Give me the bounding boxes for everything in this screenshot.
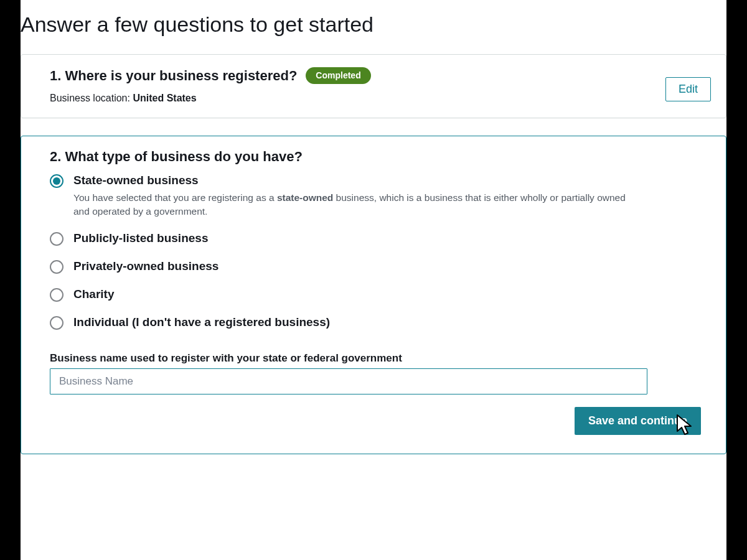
- radio-option-privately-owned[interactable]: Privately-owned business: [50, 259, 708, 274]
- edit-button[interactable]: Edit: [665, 77, 711, 101]
- question-2-title: 2. What type of business do you have?: [50, 149, 708, 165]
- radio-icon[interactable]: [50, 174, 63, 188]
- radio-label: State-owned business: [73, 174, 634, 187]
- radio-icon[interactable]: [50, 232, 63, 246]
- radio-option-state-owned[interactable]: State-owned business You have selected t…: [50, 174, 708, 218]
- question-1-title: 1. Where is your business registered?: [50, 68, 297, 84]
- radio-label: Charity: [73, 287, 114, 301]
- radio-label: Privately-owned business: [73, 259, 218, 273]
- question-1-summary: Business location: United States: [50, 93, 708, 104]
- question-1-card: 1. Where is your business registered? Co…: [21, 54, 726, 118]
- radio-icon[interactable]: [50, 316, 63, 330]
- radio-icon[interactable]: [50, 288, 63, 302]
- save-and-continue-button[interactable]: Save and continue: [575, 407, 701, 435]
- radio-option-charity[interactable]: Charity: [50, 287, 708, 302]
- summary-prefix: Business location:: [50, 93, 133, 103]
- radio-label: Individual (I don't have a registered bu…: [73, 315, 330, 329]
- status-badge-completed: Completed: [306, 67, 370, 84]
- radio-icon[interactable]: [50, 260, 63, 274]
- radio-label: Publicly-listed business: [73, 231, 208, 245]
- business-name-input[interactable]: [50, 368, 647, 394]
- business-name-label: Business name used to register with your…: [50, 352, 708, 365]
- radio-option-individual[interactable]: Individual (I don't have a registered bu…: [50, 315, 708, 330]
- page-title: Answer a few questions to get started: [21, 12, 726, 37]
- radio-description: You have selected that you are registeri…: [73, 191, 634, 218]
- summary-value: United States: [133, 93, 196, 103]
- business-type-radio-group: State-owned business You have selected t…: [50, 174, 708, 330]
- radio-option-publicly-listed[interactable]: Publicly-listed business: [50, 231, 708, 246]
- question-2-card: 2. What type of business do you have? St…: [21, 136, 726, 454]
